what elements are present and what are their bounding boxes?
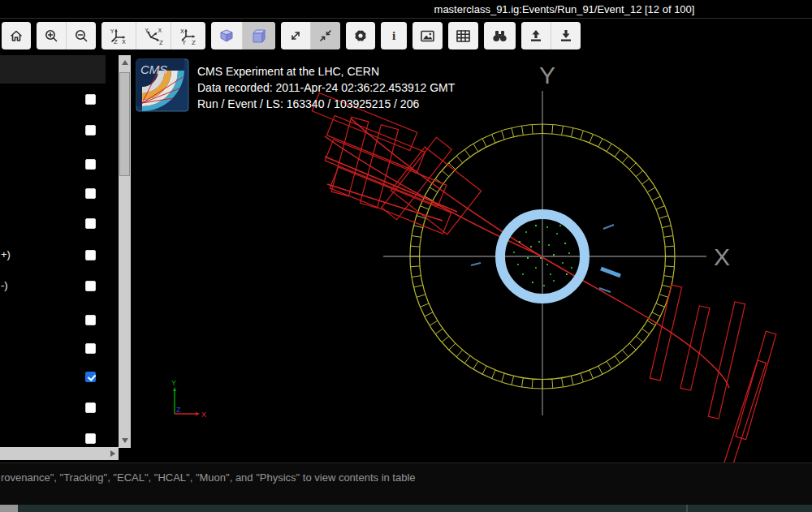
- tree-checkbox-1[interactable]: [85, 125, 96, 136]
- cube-perspective-icon: [218, 28, 235, 44]
- toolbar: Y Z X Y X Z: [0, 19, 812, 53]
- y-axis-label: Y: [539, 62, 555, 88]
- zoom-out-icon: [74, 28, 89, 43]
- event-info-text: CMS Experiment at the LHC, CERN Data rec…: [197, 65, 456, 110]
- tree-checkbox-10[interactable]: [85, 402, 96, 413]
- info-button[interactable]: i: [381, 22, 407, 49]
- svg-text:Y: Y: [110, 28, 114, 35]
- home-button[interactable]: [2, 22, 31, 49]
- download-icon: [559, 28, 573, 43]
- tree-checkbox-11[interactable]: [85, 433, 96, 444]
- page-horizontal-scrollbar[interactable]: [0, 505, 812, 512]
- tree-item-label-5: +): [1, 248, 11, 260]
- svg-text:CMS Experiment at the LHC, CER: CMS Experiment at the LHC, CERN: [197, 65, 379, 78]
- svg-text:Y: Y: [182, 40, 187, 45]
- zoom-in-button[interactable]: [37, 22, 66, 49]
- axes-yx-icon: Y Z X: [109, 27, 128, 45]
- muon-segment-hits: [471, 225, 620, 292]
- download-button[interactable]: [551, 22, 581, 49]
- save-image-button[interactable]: [412, 22, 443, 49]
- svg-text:X: X: [122, 39, 126, 45]
- svg-text:Y: Y: [145, 28, 149, 34]
- collapse-button[interactable]: [310, 22, 340, 49]
- settings-button[interactable]: [346, 22, 375, 49]
- view-yx-button[interactable]: Y Z X: [102, 22, 136, 49]
- binoculars-icon: [491, 29, 508, 43]
- open-file-button[interactable]: [521, 22, 551, 49]
- tree-header: [0, 55, 106, 84]
- zoom-out-button[interactable]: [66, 22, 96, 49]
- muon-chambers[interactable]: [312, 93, 776, 463]
- collapse-arrows-icon: [318, 28, 333, 43]
- svg-text:Z: Z: [159, 40, 163, 45]
- tree-checkbox-8[interactable]: [85, 343, 96, 354]
- svg-text:Z: Z: [192, 40, 196, 45]
- view-xz-button[interactable]: Y X Z: [136, 22, 171, 49]
- axes-xz-icon: Y X Z: [144, 27, 163, 45]
- svg-text:X: X: [201, 411, 206, 419]
- scroll-right-arrow[interactable]: [110, 450, 115, 457]
- svg-text:Z: Z: [176, 406, 181, 414]
- svg-text:X: X: [180, 28, 184, 35]
- status-message: rovenance", "Tracking", "ECAL", "HCAL", …: [1, 471, 416, 484]
- svg-text:Z: Z: [114, 39, 118, 45]
- expand-button[interactable]: [281, 22, 310, 49]
- table-view-button[interactable]: [448, 22, 478, 49]
- home-icon: [9, 28, 24, 43]
- svg-text:Run / Event / LS: 163340 / 103: Run / Event / LS: 163340 / 103925215 / 2…: [197, 97, 419, 110]
- tree-checkbox-4[interactable]: [85, 218, 96, 229]
- ispy-event-display-window: masterclass_91.ig:Events/Run_91/Event_12…: [0, 0, 812, 512]
- svg-text:CMS: CMS: [140, 62, 167, 76]
- zoom-in-icon: [44, 28, 58, 43]
- status-bar: rovenance", "Tracking", "ECAL", "HCAL", …: [0, 463, 812, 505]
- tree-item-label-6: -): [1, 279, 8, 291]
- sidebar-vertical-scrollbar[interactable]: [119, 55, 131, 448]
- scroll-divider: [686, 505, 688, 512]
- image-icon: [420, 29, 435, 43]
- browse-events-button[interactable]: [484, 22, 516, 49]
- table-icon: [456, 29, 471, 43]
- orientation-gizmo: Y X Z: [171, 379, 206, 419]
- treeview-sidebar: +)-): [0, 53, 132, 463]
- tree-checkbox-9[interactable]: [85, 372, 96, 382]
- tree-checkbox-0[interactable]: [85, 94, 96, 105]
- tree-checkbox-7[interactable]: [85, 315, 96, 325]
- svg-text:Y: Y: [171, 379, 176, 387]
- event-display-canvas[interactable]: Y X CMS CMS E: [132, 53, 812, 463]
- upload-icon: [529, 28, 543, 43]
- window-title: masterclass_91.ig:Events/Run_91/Event_12…: [434, 3, 695, 15]
- tree-checkbox-2[interactable]: [85, 159, 96, 170]
- tree-checkbox-5[interactable]: [85, 250, 96, 260]
- sidebar-horizontal-scrollbar[interactable]: [0, 447, 119, 460]
- scroll-thumb[interactable]: [119, 72, 130, 176]
- cube-orthographic-icon: [250, 27, 268, 45]
- svg-text:X: X: [158, 28, 162, 34]
- perspective-view-button[interactable]: [211, 22, 242, 49]
- svg-text:Data recorded: 2011-Apr-24 02:: Data recorded: 2011-Apr-24 02:36:22.4539…: [197, 81, 456, 94]
- x-axis-label: X: [714, 243, 730, 270]
- tree-checkbox-6[interactable]: [85, 281, 96, 291]
- scroll-down-arrow[interactable]: [122, 438, 128, 443]
- gear-icon: [353, 28, 368, 43]
- scroll-up-arrow[interactable]: [122, 60, 128, 65]
- expand-arrows-icon: [288, 28, 303, 43]
- main-area: +)-) Y: [0, 53, 812, 463]
- svg-text:i: i: [392, 29, 395, 42]
- axes-yz-icon: X Y Z: [179, 27, 198, 45]
- title-bar: masterclass_91.ig:Events/Run_91/Event_12…: [0, 0, 812, 19]
- orthographic-view-button[interactable]: [242, 22, 275, 49]
- tree-checkbox-3[interactable]: [85, 188, 96, 199]
- cms-logo: CMS: [136, 59, 188, 111]
- page-scroll-thumb[interactable]: [0, 505, 18, 512]
- info-icon: i: [388, 28, 400, 43]
- view-yz-button[interactable]: X Y Z: [171, 22, 205, 49]
